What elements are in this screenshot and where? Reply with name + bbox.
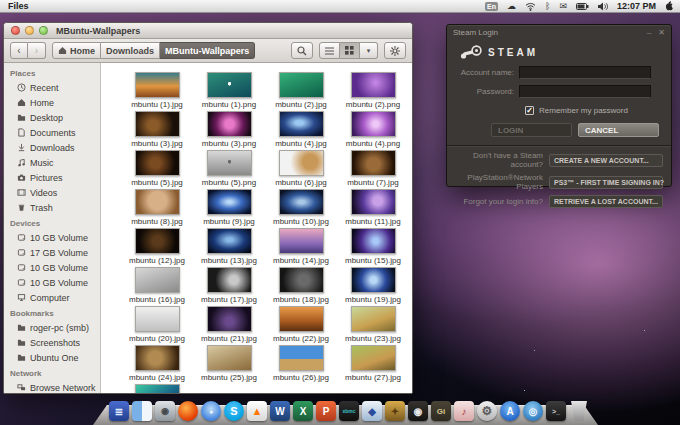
file-item[interactable]: mbuntu (2).png bbox=[337, 72, 409, 111]
finder-icon[interactable] bbox=[132, 401, 152, 421]
sidebar-item-documents[interactable]: Documents bbox=[4, 125, 100, 140]
gimp-gi-icon[interactable]: Gi bbox=[431, 401, 451, 421]
file-item[interactable]: mbuntu (7).jpg bbox=[337, 150, 409, 189]
file-item[interactable]: mbuntu (19).jpg bbox=[337, 267, 409, 306]
file-item[interactable]: mbuntu (20).jpg bbox=[121, 306, 193, 345]
vlc-icon[interactable]: ▲ bbox=[247, 401, 267, 421]
ubuntuone-cloud-icon[interactable]: ☁ bbox=[507, 2, 516, 11]
file-item[interactable]: mbuntu (8).jpg bbox=[121, 189, 193, 228]
wifi-icon[interactable] bbox=[525, 2, 536, 11]
file-item[interactable]: mbuntu (16).jpg bbox=[121, 267, 193, 306]
forward-button[interactable]: › bbox=[28, 42, 46, 59]
sidebar-item-recent[interactable]: Recent bbox=[4, 80, 100, 95]
file-thumbnail[interactable] bbox=[351, 150, 396, 176]
file-item[interactable]: mbuntu (17).jpg bbox=[193, 267, 265, 306]
file-thumbnail[interactable] bbox=[135, 267, 180, 293]
file-thumbnail[interactable] bbox=[279, 150, 324, 176]
psn-signin-button[interactable]: PS3™ - FIRST TIME SIGNING IN? bbox=[549, 176, 663, 189]
settings-gear-icon[interactable]: ⚙ bbox=[477, 401, 497, 421]
sidebar-item-10-gb-volume[interactable]: 10 GB Volume bbox=[4, 260, 100, 275]
file-thumbnail[interactable] bbox=[207, 267, 252, 293]
sidebar-item-desktop[interactable]: Desktop bbox=[4, 110, 100, 125]
breadcrumb-downloads[interactable]: Downloads bbox=[101, 42, 160, 59]
file-thumbnail[interactable] bbox=[135, 72, 180, 98]
file-item[interactable]: mbuntu (11).jpg bbox=[337, 189, 409, 228]
file-item[interactable]: mbuntu (4).jpg bbox=[265, 111, 337, 150]
sidebar-item-roger-pc-smb-[interactable]: roger-pc (smb) bbox=[4, 320, 100, 335]
virtualbox-icon[interactable]: ◆ bbox=[362, 401, 382, 421]
file-item[interactable]: mbuntu (23).jpg bbox=[337, 306, 409, 345]
file-item[interactable]: mbuntu (26).jpg bbox=[265, 345, 337, 384]
file-thumbnail[interactable] bbox=[207, 189, 252, 215]
file-thumbnail[interactable] bbox=[279, 189, 324, 215]
file-item[interactable]: mbuntu (3).png bbox=[193, 111, 265, 150]
battery-icon[interactable] bbox=[576, 3, 589, 10]
file-thumbnail[interactable] bbox=[351, 306, 396, 332]
file-thumbnail[interactable] bbox=[207, 345, 252, 371]
clock[interactable]: 12:07 PM bbox=[617, 1, 656, 11]
file-item[interactable]: mbuntu (1).png bbox=[193, 72, 265, 111]
file-thumbnail[interactable] bbox=[135, 228, 180, 254]
retrieve-account-button[interactable]: RETRIEVE A LOST ACCOUNT... bbox=[549, 195, 663, 208]
menu-gear-button[interactable] bbox=[384, 42, 406, 59]
xbmc-icon[interactable]: xbmc bbox=[339, 401, 359, 421]
file-item[interactable]: mbuntu (27).jpg bbox=[337, 345, 409, 384]
file-thumbnail[interactable] bbox=[279, 306, 324, 332]
global-app-menu[interactable]: Files bbox=[8, 1, 29, 11]
skype-icon[interactable]: S bbox=[224, 401, 244, 421]
launcher-icon[interactable]: ≣ bbox=[109, 401, 129, 421]
file-thumbnail[interactable] bbox=[279, 72, 324, 98]
media-players-icon[interactable]: ♪ bbox=[454, 401, 474, 421]
gold-emblem-app-icon[interactable]: ✦ bbox=[385, 401, 405, 421]
file-item[interactable]: mbuntu (2).jpg bbox=[265, 72, 337, 111]
file-thumbnail[interactable] bbox=[279, 267, 324, 293]
remember-password-checkbox[interactable]: ✓ bbox=[525, 106, 534, 115]
file-thumbnail[interactable] bbox=[207, 306, 252, 332]
search-button[interactable] bbox=[291, 42, 313, 59]
presentation-p-icon[interactable]: P bbox=[316, 401, 336, 421]
sidebar-item-videos[interactable]: Videos bbox=[4, 185, 100, 200]
file-item[interactable]: mbuntu (3).jpg bbox=[121, 111, 193, 150]
trash-bucket-icon[interactable] bbox=[569, 401, 589, 421]
sidebar-item-10-gb-volume[interactable]: 10 GB Volume bbox=[4, 230, 100, 245]
file-thumbnail[interactable] bbox=[207, 228, 252, 254]
file-thumbnail[interactable] bbox=[279, 111, 324, 137]
steam-titlebar[interactable]: Steam Login – ✕ bbox=[447, 25, 671, 39]
volume-icon[interactable] bbox=[598, 2, 608, 11]
terminal-icon[interactable]: >_ bbox=[546, 401, 566, 421]
file-thumbnail[interactable] bbox=[207, 111, 252, 137]
file-item[interactable]: mbuntu (21).jpg bbox=[193, 306, 265, 345]
window-minimize-button[interactable] bbox=[25, 26, 34, 35]
breadcrumb-mbuntu-wallpapers[interactable]: MBuntu-Wallpapers bbox=[160, 42, 255, 59]
steam-close-button[interactable]: ✕ bbox=[658, 28, 665, 37]
sidebar-item-music[interactable]: Music bbox=[4, 155, 100, 170]
file-thumbnail[interactable] bbox=[207, 72, 252, 98]
sidebar-item-17-gb-volume[interactable]: 17 GB Volume bbox=[4, 245, 100, 260]
appstore-icon[interactable]: A bbox=[500, 401, 520, 421]
steam-minimize-button[interactable]: – bbox=[647, 28, 651, 37]
file-thumbnail[interactable] bbox=[279, 345, 324, 371]
grid-view-button[interactable] bbox=[340, 42, 360, 59]
file-thumbnail[interactable] bbox=[351, 111, 396, 137]
file-thumbnail[interactable] bbox=[135, 306, 180, 332]
sidebar-item-downloads[interactable]: Downloads bbox=[4, 140, 100, 155]
file-item[interactable]: mbuntu (10).jpg bbox=[265, 189, 337, 228]
sidebar-item-computer[interactable]: Computer bbox=[4, 290, 100, 305]
file-thumbnail[interactable] bbox=[135, 150, 180, 176]
file-item[interactable]: mbuntu (5).png bbox=[193, 150, 265, 189]
file-thumbnail[interactable] bbox=[207, 150, 252, 176]
file-item[interactable]: mbuntu (24).jpg bbox=[121, 345, 193, 384]
login-button[interactable]: LOGIN bbox=[491, 123, 572, 137]
back-button[interactable]: ‹ bbox=[10, 42, 28, 59]
file-item[interactable]: mbuntu (22).jpg bbox=[265, 306, 337, 345]
writer-w-icon[interactable]: W bbox=[270, 401, 290, 421]
sidebar-item-screenshots[interactable]: Screenshots bbox=[4, 335, 100, 350]
file-thumbnail[interactable] bbox=[351, 228, 396, 254]
file-item[interactable]: mbuntu (1).jpg bbox=[121, 72, 193, 111]
screenshot-icon[interactable]: ◉ bbox=[155, 401, 175, 421]
sidebar-item-browse-network[interactable]: Browse Network bbox=[4, 380, 100, 393]
file-thumbnail[interactable] bbox=[135, 384, 180, 394]
file-thumbnail[interactable] bbox=[135, 111, 180, 137]
file-thumbnail[interactable] bbox=[135, 189, 180, 215]
files-titlebar[interactable]: MBuntu-Wallpapers bbox=[4, 23, 412, 39]
